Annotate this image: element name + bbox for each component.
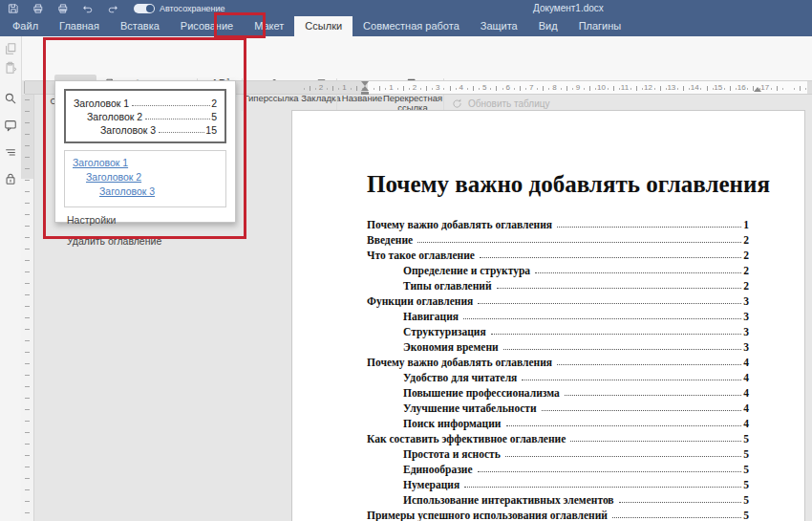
- navigation-icon[interactable]: [4, 145, 17, 159]
- hanging-indent-marker[interactable]: [361, 86, 369, 91]
- toc-entry-text: Что такое оглавление: [367, 250, 475, 261]
- toc-entry[interactable]: Функции оглавления3: [367, 292, 749, 307]
- toc-entry[interactable]: Структуризация3: [367, 322, 749, 337]
- ribbon-tab[interactable]: Плагины: [568, 16, 632, 36]
- document-page[interactable]: Почему важно добавлять оглавления Почему…: [291, 110, 805, 521]
- ruler-number: 15: [714, 83, 722, 92]
- dot-leader: [542, 410, 742, 411]
- ruler-number: 12: [644, 83, 652, 92]
- vertical-ruler[interactable]: [21, 95, 34, 521]
- toc-settings-item[interactable]: Настройки: [55, 207, 235, 228]
- ruler-number: 14: [691, 83, 699, 92]
- comments-icon[interactable]: [4, 119, 17, 132]
- ribbon-tab[interactable]: Вставка: [110, 16, 170, 36]
- undo-icon[interactable]: [82, 3, 94, 14]
- toc-entry-page: 2: [743, 234, 749, 246]
- toc-entry-text: Нумерация: [403, 479, 459, 490]
- ribbon-tab-bar: ФайлГлавнаяВставкаРисованиеМакетСсылкиСо…: [0, 16, 812, 36]
- preview-heading-label: Заголовок 1: [74, 98, 129, 109]
- ruler-tick: [707, 86, 708, 91]
- ruler-tick: [420, 88, 421, 90]
- toc-entry[interactable]: Определение и структура2: [367, 261, 749, 276]
- toc-entry[interactable]: Использование интерактивных элементов5: [367, 490, 749, 506]
- toc-entry[interactable]: Что такое оглавление2: [367, 246, 749, 261]
- toc-entry-text: Почему важно добавлять оглавления: [367, 219, 552, 230]
- toc-style1-row: Заголовок 12: [74, 96, 217, 109]
- ruler-tick: [327, 88, 328, 90]
- toc-entry[interactable]: Навигация3: [367, 307, 749, 322]
- ruler-number: 1: [342, 83, 346, 92]
- toc-entry-page: 3: [743, 326, 749, 337]
- toc-entry[interactable]: Типы оглавлений2: [367, 276, 749, 292]
- toc-entry[interactable]: Почему важно добавлять оглавления1: [367, 215, 749, 230]
- toc-entry[interactable]: Простота и ясность5: [367, 445, 749, 460]
- toc-entry[interactable]: Как составить эффективное оглавление5: [367, 429, 749, 445]
- ruler-tick: [338, 88, 339, 90]
- ribbon-tab[interactable]: Главная: [49, 16, 110, 36]
- toc-entry-text: Определение и структура: [403, 265, 530, 276]
- left-indent-marker[interactable]: [361, 92, 369, 95]
- ruler-tick: [520, 86, 521, 91]
- toc-entry-text: Единообразие: [403, 464, 473, 475]
- toc-entry[interactable]: Почему важно добавлять оглавления4: [367, 353, 749, 368]
- search-icon[interactable]: [4, 92, 17, 105]
- ruler-tick: [479, 88, 480, 90]
- toc-entry[interactable]: Улучшение читабельности4: [367, 399, 749, 414]
- ruler-number: 5: [482, 83, 486, 92]
- ruler-tick: [351, 88, 352, 90]
- toc-entry[interactable]: Удобство для читателя4: [367, 368, 749, 383]
- ruler-tick: [566, 86, 567, 91]
- autosave-label: Автосохранение: [160, 4, 225, 13]
- ruler-tick: [403, 86, 404, 91]
- toc-entry[interactable]: Введение2: [367, 230, 749, 246]
- toc-entry-page: 5: [743, 510, 749, 521]
- ribbon-tab[interactable]: Вид: [528, 16, 568, 36]
- dot-leader: [505, 456, 742, 457]
- print-icon[interactable]: [32, 3, 44, 14]
- toc-entry[interactable]: Примеры успешного использования оглавлен…: [367, 506, 749, 521]
- right-indent-marker[interactable]: [754, 87, 761, 92]
- dot-leader: [417, 242, 741, 243]
- toc-style-option-1[interactable]: Заголовок 12Заголовок 25Заголовок 315: [64, 89, 226, 143]
- quick-print-icon[interactable]: [57, 3, 69, 14]
- autosave-toggle[interactable]: [134, 4, 155, 13]
- toc-entry-page: 4: [743, 357, 749, 368]
- toc-entry[interactable]: Повышение профессионализма4: [367, 383, 749, 399]
- redo-icon[interactable]: [107, 3, 118, 14]
- ruler-tick: [613, 86, 614, 91]
- ruler-number: 2: [319, 83, 323, 92]
- ruler-tick: [379, 86, 380, 91]
- copy-icon: [4, 42, 17, 55]
- ribbon-tab[interactable]: Рисование: [170, 16, 244, 36]
- ribbon-tab[interactable]: Защита: [470, 16, 528, 36]
- ribbon-tab[interactable]: Макет: [244, 16, 294, 36]
- ruler-tick: [315, 88, 316, 90]
- ribbon-tab[interactable]: Файл: [2, 16, 49, 36]
- toc-entry-page: 4: [743, 402, 749, 414]
- hyperlink-label: Гиперссылка: [244, 94, 298, 103]
- toc-entry[interactable]: Экономия времени3: [367, 337, 749, 353]
- ribbon-tab[interactable]: Ссылки: [294, 16, 353, 36]
- toc-remove-item[interactable]: Удалить оглавление: [55, 228, 235, 250]
- ruler-tick: [608, 88, 609, 90]
- toc-entry-text: Функции оглавления: [367, 295, 473, 307]
- ruler-tick: [310, 86, 310, 91]
- ruler-number: 6: [505, 83, 509, 92]
- protection-icon[interactable]: [4, 172, 17, 185]
- ruler-number: 1: [389, 83, 393, 92]
- toc-style1-row: Заголовок 315: [74, 122, 217, 136]
- toc-entry[interactable]: Нумерация5: [367, 475, 749, 490]
- ruler-tick: [502, 88, 503, 90]
- ruler-tick: [782, 88, 783, 90]
- refresh-icon: [451, 98, 463, 110]
- save-icon[interactable]: [8, 3, 19, 14]
- toc-entry[interactable]: Поиск информации4: [367, 414, 749, 429]
- ribbon-tab[interactable]: Совместная работа: [353, 16, 470, 36]
- ruler-number: 17: [760, 83, 769, 92]
- toc-entry-text: Простота и ясность: [403, 448, 501, 460]
- dot-leader: [491, 334, 742, 335]
- toc-entry[interactable]: Единообразие5: [367, 460, 749, 475]
- ruler-tick: [747, 88, 748, 90]
- ruler-tick: [374, 88, 374, 90]
- toc-style-option-2[interactable]: Заголовок 1Заголовок 2Заголовок 3: [64, 150, 226, 207]
